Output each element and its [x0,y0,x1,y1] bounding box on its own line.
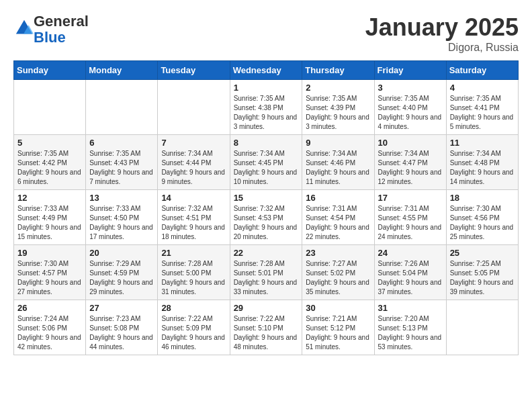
day-number: 2 [306,83,370,93]
calendar-cell: 4Sunrise: 7:35 AM Sunset: 4:41 PM Daylig… [446,80,518,135]
day-info: Sunrise: 7:35 AM Sunset: 4:40 PM Dayligh… [378,94,443,132]
logo-icon [15,19,34,38]
day-number: 29 [234,303,299,313]
day-info: Sunrise: 7:35 AM Sunset: 4:43 PM Dayligh… [89,149,154,187]
day-number: 11 [450,138,515,148]
calendar-cell: 19Sunrise: 7:30 AM Sunset: 4:57 PM Dayli… [14,245,86,300]
day-info: Sunrise: 7:26 AM Sunset: 5:04 PM Dayligh… [378,259,443,297]
calendar-cell [14,80,86,135]
calendar-cell: 26Sunrise: 7:24 AM Sunset: 5:06 PM Dayli… [14,300,86,355]
calendar-cell [86,80,158,135]
day-info: Sunrise: 7:20 AM Sunset: 5:13 PM Dayligh… [378,314,443,352]
day-number: 12 [17,193,82,203]
calendar-cell: 30Sunrise: 7:21 AM Sunset: 5:12 PM Dayli… [302,300,374,355]
day-info: Sunrise: 7:34 AM Sunset: 4:46 PM Dayligh… [306,149,370,187]
calendar-cell: 5Sunrise: 7:35 AM Sunset: 4:42 PM Daylig… [14,135,86,190]
logo-general: General [34,13,89,30]
calendar-cell: 28Sunrise: 7:22 AM Sunset: 5:09 PM Dayli… [158,300,230,355]
calendar-cell [158,80,230,135]
day-info: Sunrise: 7:21 AM Sunset: 5:12 PM Dayligh… [306,314,370,352]
calendar-cell: 15Sunrise: 7:32 AM Sunset: 4:53 PM Dayli… [230,190,302,245]
title-block: January 2025 Digora, Russia [365,13,519,54]
calendar-cell [446,300,518,355]
weekday-header-row: SundayMondayTuesdayWednesdayThursdayFrid… [14,61,519,80]
day-info: Sunrise: 7:35 AM Sunset: 4:42 PM Dayligh… [17,149,82,187]
day-info: Sunrise: 7:33 AM Sunset: 4:49 PM Dayligh… [17,204,82,242]
calendar-cell: 1Sunrise: 7:35 AM Sunset: 4:38 PM Daylig… [230,80,302,135]
day-info: Sunrise: 7:34 AM Sunset: 4:47 PM Dayligh… [378,149,443,187]
calendar-cell: 23Sunrise: 7:27 AM Sunset: 5:02 PM Dayli… [302,245,374,300]
calendar-cell: 11Sunrise: 7:34 AM Sunset: 4:48 PM Dayli… [446,135,518,190]
day-number: 20 [89,248,154,258]
day-number: 31 [378,303,443,313]
day-number: 18 [450,193,515,203]
day-info: Sunrise: 7:30 AM Sunset: 4:56 PM Dayligh… [450,204,515,242]
day-number: 6 [89,138,154,148]
calendar-week-row: 19Sunrise: 7:30 AM Sunset: 4:57 PM Dayli… [14,245,519,300]
day-number: 5 [17,138,82,148]
day-number: 1 [234,83,299,93]
day-number: 24 [378,248,443,258]
day-number: 27 [89,303,154,313]
calendar-cell: 25Sunrise: 7:25 AM Sunset: 5:05 PM Dayli… [446,245,518,300]
calendar-cell: 7Sunrise: 7:34 AM Sunset: 4:44 PM Daylig… [158,135,230,190]
day-number: 14 [161,193,226,203]
day-info: Sunrise: 7:25 AM Sunset: 5:05 PM Dayligh… [450,259,515,297]
calendar-cell: 17Sunrise: 7:31 AM Sunset: 4:55 PM Dayli… [374,190,446,245]
calendar-cell: 8Sunrise: 7:34 AM Sunset: 4:45 PM Daylig… [230,135,302,190]
day-info: Sunrise: 7:34 AM Sunset: 4:45 PM Dayligh… [234,149,299,187]
day-info: Sunrise: 7:32 AM Sunset: 4:53 PM Dayligh… [234,204,299,242]
day-info: Sunrise: 7:22 AM Sunset: 5:09 PM Dayligh… [161,314,226,352]
weekday-header: Thursday [302,61,374,80]
day-number: 3 [378,83,443,93]
day-info: Sunrise: 7:35 AM Sunset: 4:41 PM Dayligh… [450,94,515,132]
day-info: Sunrise: 7:34 AM Sunset: 4:48 PM Dayligh… [450,149,515,187]
calendar-cell: 18Sunrise: 7:30 AM Sunset: 4:56 PM Dayli… [446,190,518,245]
day-number: 21 [161,248,226,258]
day-number: 25 [450,248,515,258]
calendar-cell: 9Sunrise: 7:34 AM Sunset: 4:46 PM Daylig… [302,135,374,190]
day-number: 28 [161,303,226,313]
day-number: 19 [17,248,82,258]
day-number: 15 [234,193,299,203]
calendar-cell: 10Sunrise: 7:34 AM Sunset: 4:47 PM Dayli… [374,135,446,190]
calendar-cell: 29Sunrise: 7:22 AM Sunset: 5:10 PM Dayli… [230,300,302,355]
day-info: Sunrise: 7:22 AM Sunset: 5:10 PM Dayligh… [234,314,299,352]
calendar-cell: 24Sunrise: 7:26 AM Sunset: 5:04 PM Dayli… [374,245,446,300]
calendar-cell: 14Sunrise: 7:32 AM Sunset: 4:51 PM Dayli… [158,190,230,245]
calendar-week-row: 26Sunrise: 7:24 AM Sunset: 5:06 PM Dayli… [14,300,519,355]
page-header: General Blue January 2025 Digora, Russia [13,13,519,54]
day-info: Sunrise: 7:31 AM Sunset: 4:54 PM Dayligh… [306,204,370,242]
day-number: 7 [161,138,226,148]
day-number: 17 [378,193,443,203]
day-info: Sunrise: 7:28 AM Sunset: 5:00 PM Dayligh… [161,259,226,297]
logo: General Blue [13,13,89,46]
day-info: Sunrise: 7:23 AM Sunset: 5:08 PM Dayligh… [89,314,154,352]
day-info: Sunrise: 7:30 AM Sunset: 4:57 PM Dayligh… [17,259,82,297]
day-info: Sunrise: 7:34 AM Sunset: 4:44 PM Dayligh… [161,149,226,187]
day-number: 22 [234,248,299,258]
day-number: 8 [234,138,299,148]
calendar-cell: 22Sunrise: 7:28 AM Sunset: 5:01 PM Dayli… [230,245,302,300]
day-number: 30 [306,303,370,313]
weekday-header: Tuesday [158,61,230,80]
day-number: 13 [89,193,154,203]
logo-blue: Blue [34,29,66,46]
calendar-cell: 20Sunrise: 7:29 AM Sunset: 4:59 PM Dayli… [86,245,158,300]
weekday-header: Friday [374,61,446,80]
day-info: Sunrise: 7:27 AM Sunset: 5:02 PM Dayligh… [306,259,370,297]
calendar-cell: 6Sunrise: 7:35 AM Sunset: 4:43 PM Daylig… [86,135,158,190]
day-info: Sunrise: 7:35 AM Sunset: 4:39 PM Dayligh… [306,94,370,132]
day-number: 10 [378,138,443,148]
weekday-header: Saturday [446,61,518,80]
day-info: Sunrise: 7:31 AM Sunset: 4:55 PM Dayligh… [378,204,443,242]
location: Digora, Russia [365,42,519,54]
calendar-table: SundayMondayTuesdayWednesdayThursdayFrid… [13,60,519,355]
day-info: Sunrise: 7:24 AM Sunset: 5:06 PM Dayligh… [17,314,82,352]
calendar-week-row: 12Sunrise: 7:33 AM Sunset: 4:49 PM Dayli… [14,190,519,245]
logo-text: General Blue [34,13,89,46]
day-number: 16 [306,193,370,203]
day-number: 26 [17,303,82,313]
weekday-header: Sunday [14,61,86,80]
day-number: 4 [450,83,515,93]
